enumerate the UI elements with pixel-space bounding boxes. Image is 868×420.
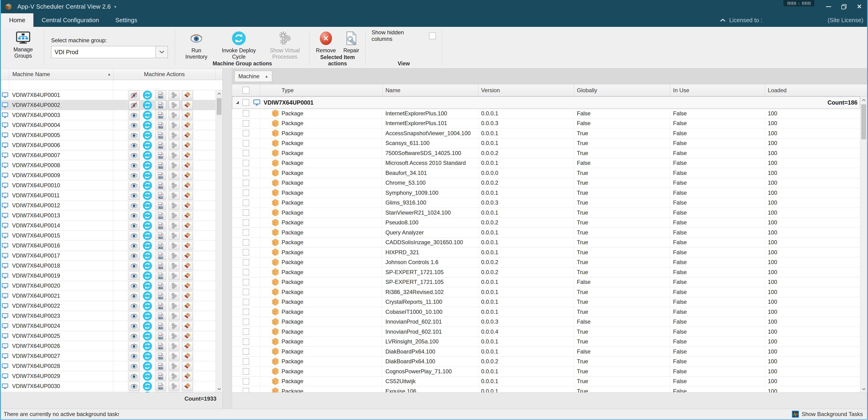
- show-virtual-processes-button[interactable]: [168, 352, 180, 360]
- invoke-deploy-cycle-button[interactable]: [143, 120, 152, 130]
- view-log-button[interactable]: LOG: [155, 161, 166, 170]
- cleanup-brush-button[interactable]: [182, 131, 193, 140]
- view-log-button[interactable]: LOG: [155, 131, 166, 140]
- row-checkbox[interactable]: [243, 200, 249, 206]
- row-checkbox[interactable]: [243, 289, 249, 295]
- cleanup-brush-button[interactable]: [182, 151, 193, 160]
- machine-name-column-header[interactable]: Machine Name ▲: [9, 68, 114, 80]
- show-virtual-processes-button[interactable]: [168, 291, 180, 300]
- invoke-deploy-cycle-button[interactable]: [143, 181, 152, 190]
- row-checkbox[interactable]: [243, 150, 249, 156]
- show-machine-eye-button[interactable]: [129, 191, 140, 200]
- invoke-deploy-cycle-button[interactable]: [143, 382, 152, 391]
- package-row[interactable]: PackageSP-EXPERT_1721.1050.0.0.1FalseFal…: [232, 277, 867, 288]
- package-row[interactable]: PackageRi386_324Revised.1020.0.0.1TrueFa…: [232, 287, 867, 297]
- scroll-up-arrow-icon[interactable]: [860, 96, 867, 103]
- cleanup-brush-button[interactable]: [182, 181, 193, 190]
- row-checkbox[interactable]: [243, 358, 249, 365]
- show-virtual-processes-button[interactable]: [168, 171, 180, 180]
- scrollbar-track[interactable]: [216, 97, 222, 385]
- row-checkbox[interactable]: [243, 259, 249, 265]
- invoke-deploy-cycle-button[interactable]: [143, 90, 152, 100]
- view-log-button[interactable]: LOG: [155, 382, 166, 391]
- scrollbar-thumb[interactable]: [217, 98, 222, 115]
- machine-row[interactable]: VDIW7X64UP0031LOG: [1, 391, 222, 392]
- row-checkbox[interactable]: [243, 160, 249, 166]
- cleanup-brush-button[interactable]: [182, 191, 193, 200]
- view-log-button[interactable]: LOG: [155, 171, 166, 180]
- view-log-button[interactable]: LOG: [155, 322, 166, 330]
- remove-button[interactable]: ✕ Remove: [312, 29, 340, 54]
- show-machine-eye-button[interactable]: [129, 291, 140, 300]
- package-grid-vertical-scrollbar[interactable]: [860, 96, 867, 392]
- scrollbar-track[interactable]: [860, 103, 867, 385]
- machine-row[interactable]: VDIW7X64UP0003LOG: [1, 110, 222, 120]
- scroll-down-arrow-icon[interactable]: [216, 385, 222, 392]
- show-virtual-processes-button[interactable]: [168, 181, 180, 190]
- machine-row[interactable]: VDIW7X64UP0026LOG: [1, 341, 222, 351]
- show-virtual-processes-button[interactable]: [168, 191, 180, 200]
- view-log-button[interactable]: LOG: [155, 211, 166, 220]
- tab-home[interactable]: Home: [1, 13, 33, 27]
- invoke-deploy-cycle-button[interactable]: [143, 271, 152, 281]
- show-machine-eye-button[interactable]: [129, 261, 140, 270]
- show-virtual-processes-button[interactable]: [168, 141, 180, 150]
- invoke-deploy-cycle-button[interactable]: [143, 361, 152, 371]
- package-row[interactable]: PackageGlims_9316.1000.0.0.3TrueFalse100: [232, 198, 867, 208]
- group-row-checkbox[interactable]: [243, 99, 249, 106]
- view-log-button[interactable]: LOG: [155, 372, 166, 381]
- package-row[interactable]: PackageJohnson Controls 1.60.0.0.2TrueFa…: [232, 258, 867, 268]
- machine-row[interactable]: VDIW7X64UP0013LOG: [1, 211, 222, 221]
- show-machine-eye-button[interactable]: [129, 332, 140, 340]
- machine-row[interactable]: VDIW7X64UP0009LOG: [1, 171, 222, 180]
- scroll-up-arrow-icon[interactable]: [216, 90, 222, 97]
- package-row[interactable]: PackageInnovianProd_602.1010.0.0.4TrueFa…: [232, 327, 867, 337]
- package-row[interactable]: PackageDiakBoardPx64.1000.0.0.1FalseFals…: [232, 347, 867, 357]
- package-row[interactable]: PackageMicrosoft Access 2010 Standard0.0…: [232, 158, 867, 168]
- show-virtual-processes-button[interactable]: [168, 111, 180, 120]
- globally-column-header[interactable]: Globally: [574, 84, 670, 96]
- show-virtual-processes-button[interactable]: Show Virtual Processes: [262, 29, 307, 60]
- show-virtual-processes-button[interactable]: [168, 121, 180, 129]
- show-virtual-processes-button[interactable]: [168, 101, 180, 110]
- show-virtual-processes-button[interactable]: [168, 161, 180, 170]
- show-machine-eye-button[interactable]: [129, 181, 140, 190]
- name-column-header[interactable]: Name: [383, 84, 478, 96]
- machine-group-combobox[interactable]: VDI Prod: [51, 46, 168, 58]
- package-row[interactable]: PackagePseudo8.1000.0.0.2TrueFalse100: [232, 218, 867, 228]
- package-row[interactable]: PackageCognosPowerPlay_71.1000.0.0.1True…: [232, 366, 867, 377]
- cleanup-brush-button[interactable]: [182, 121, 193, 129]
- group-expanded-icon[interactable]: [236, 101, 239, 104]
- show-virtual-processes-button[interactable]: [168, 151, 180, 160]
- package-row[interactable]: PackageQuery Analyzer0.0.0.1TrueFalse100: [232, 228, 867, 238]
- cleanup-brush-button[interactable]: [182, 341, 193, 351]
- machine-row[interactable]: VDIW7X64UP0029LOG: [1, 371, 222, 381]
- package-row[interactable]: PackageInternetExplorerPlus.1000.0.0.1Fa…: [232, 109, 867, 119]
- machine-row[interactable]: VDIW7X64UP0006LOG: [1, 140, 222, 150]
- view-log-button[interactable]: LOG: [155, 201, 166, 210]
- cleanup-brush-button[interactable]: [182, 382, 193, 391]
- row-checkbox[interactable]: [243, 170, 249, 176]
- row-checkbox[interactable]: [243, 378, 249, 385]
- invoke-deploy-cycle-button[interactable]: [143, 141, 152, 150]
- show-virtual-processes-button[interactable]: [168, 261, 180, 270]
- cleanup-brush-button[interactable]: [182, 251, 193, 260]
- machine-row[interactable]: VDIW7X64UP0028LOG: [1, 361, 222, 371]
- machine-grid-filter-row[interactable]: [1, 80, 222, 90]
- package-row[interactable]: PackageScansys_611.1000.0.0.1TrueFalse10…: [232, 139, 867, 148]
- cleanup-brush-button[interactable]: [182, 271, 193, 280]
- tab-settings[interactable]: Settings: [107, 13, 146, 27]
- show-machine-eye-button[interactable]: [129, 141, 140, 150]
- view-log-button[interactable]: LOG: [155, 231, 166, 240]
- row-checkbox[interactable]: [243, 309, 249, 315]
- invoke-deploy-cycle-button[interactable]: [143, 201, 152, 210]
- machine-row[interactable]: VDIW7X64UP0024LOG: [1, 321, 222, 331]
- invoke-deploy-cycle-button[interactable]: [143, 191, 152, 200]
- invoke-deploy-cycle-button[interactable]: [143, 311, 152, 321]
- scroll-down-arrow-icon[interactable]: [860, 385, 867, 392]
- hide-machine-eye-button[interactable]: [129, 91, 140, 99]
- machine-row[interactable]: VDIW7X64UP0030LOG: [1, 381, 222, 391]
- run-inventory-button[interactable]: Run Inventory: [178, 29, 215, 60]
- row-checkbox[interactable]: [243, 189, 249, 196]
- invoke-deploy-cycle-button[interactable]: [143, 111, 152, 120]
